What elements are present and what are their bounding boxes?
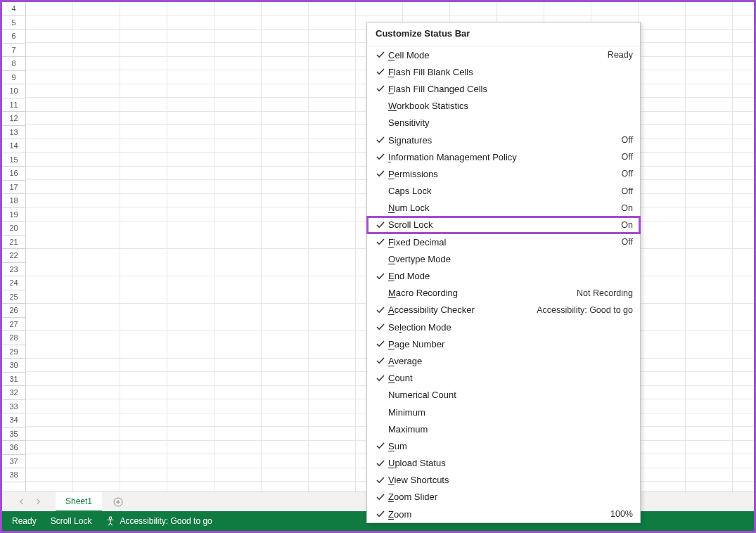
menu-item-label: Num Lock — [388, 203, 621, 213]
menu-item-average[interactable]: Average — [367, 352, 640, 369]
row-header[interactable]: 29 — [2, 345, 25, 359]
check-icon — [373, 51, 388, 59]
menu-item-label: Maximum — [388, 424, 633, 435]
menu-item-sensitivity[interactable]: Sensitivity — [367, 115, 640, 131]
menu-item-permissions[interactable]: PermissionsOff — [367, 165, 640, 182]
check-icon — [373, 442, 388, 450]
menu-item-sum[interactable]: Sum — [367, 437, 640, 454]
row-header[interactable]: 37 — [2, 455, 25, 469]
menu-item-label: Page Number — [388, 339, 633, 349]
menu-item-label: Fixed Decimal — [388, 237, 622, 248]
row-header[interactable]: 18 — [2, 194, 25, 208]
row-header[interactable]: 21 — [2, 236, 25, 250]
row-header[interactable]: 25 — [2, 290, 25, 304]
row-header[interactable]: 31 — [2, 373, 25, 387]
row-header[interactable]: 23 — [2, 263, 25, 277]
menu-item-label: Average — [388, 356, 633, 366]
accessibility-icon — [105, 516, 115, 526]
row-header[interactable]: 14 — [2, 139, 25, 153]
row-header[interactable]: 36 — [2, 441, 25, 455]
menu-item-page-number[interactable]: Page Number — [367, 335, 640, 352]
check-icon — [373, 510, 388, 518]
menu-item-cell-mode[interactable]: Cell ModeReady — [367, 46, 640, 63]
status-ready: Ready — [12, 516, 37, 526]
row-header[interactable]: 4 — [2, 2, 25, 16]
menu-item-information-management-policy[interactable]: Information Management PolicyOff — [367, 148, 640, 165]
menu-item-value: 100% — [610, 509, 633, 519]
menu-item-view-shortcuts[interactable]: View Shortcuts — [367, 472, 640, 489]
menu-item-fixed-decimal[interactable]: Fixed DecimalOff — [367, 233, 640, 250]
menu-item-label: Cell Mode — [388, 50, 608, 60]
row-header[interactable]: 30 — [2, 359, 25, 373]
menu-item-count[interactable]: Count — [367, 370, 640, 387]
menu-item-value: Ready — [608, 50, 633, 60]
row-header[interactable]: 28 — [2, 331, 25, 345]
menu-item-zoom-slider[interactable]: Zoom Slider — [367, 489, 640, 506]
row-header[interactable]: 7 — [2, 44, 25, 58]
menu-item-selection-mode[interactable]: Selection Mode — [367, 319, 640, 335]
svg-point-1 — [110, 517, 113, 520]
row-header[interactable]: 20 — [2, 221, 25, 236]
row-header[interactable]: 19 — [2, 208, 25, 222]
menu-item-overtype-mode[interactable]: Overtype Mode — [367, 250, 640, 267]
menu-item-flash-fill-changed-cells[interactable]: Flash Fill Changed Cells — [367, 80, 640, 97]
menu-item-value: Off — [622, 169, 633, 179]
menu-item-label: Permissions — [388, 169, 622, 179]
menu-item-label: Accessibility Checker — [388, 304, 537, 315]
menu-item-label: Information Management Policy — [388, 152, 622, 162]
row-header[interactable]: 34 — [2, 413, 25, 428]
menu-item-label: Sensitivity — [388, 117, 633, 128]
row-header[interactable]: 38 — [2, 468, 25, 482]
status-accessibility-label: Accessibility: Good to go — [120, 516, 212, 526]
row-header[interactable]: 5 — [2, 16, 25, 30]
status-scroll-lock: Scroll Lock — [51, 516, 92, 526]
row-headers[interactable]: 4567891011121314151617181920212223242526… — [2, 2, 26, 492]
menu-item-maximum[interactable]: Maximum — [367, 420, 640, 437]
check-icon — [373, 136, 388, 144]
row-header[interactable]: 9 — [2, 71, 25, 85]
row-header[interactable]: 15 — [2, 153, 25, 167]
new-sheet-button[interactable] — [110, 494, 126, 510]
check-icon — [373, 153, 388, 161]
menu-item-label: Macro Recording — [388, 288, 577, 298]
row-header[interactable]: 12 — [2, 112, 25, 126]
menu-item-workbook-statistics[interactable]: Workbook Statistics — [367, 98, 640, 115]
customize-status-bar-menu[interactable]: Customize Status Bar Cell ModeReadyFlash… — [366, 22, 641, 523]
row-header[interactable]: 22 — [2, 249, 25, 263]
menu-item-numerical-count[interactable]: Numerical Count — [367, 387, 640, 404]
row-header[interactable]: 33 — [2, 400, 25, 414]
row-header[interactable]: 24 — [2, 276, 25, 290]
menu-item-end-mode[interactable]: End Mode — [367, 267, 640, 284]
status-accessibility[interactable]: Accessibility: Good to go — [105, 516, 212, 526]
check-icon — [373, 476, 388, 484]
menu-item-label: Upload Status — [388, 458, 633, 468]
row-header[interactable]: 11 — [2, 98, 25, 113]
menu-item-signatures[interactable]: SignaturesOff — [367, 131, 640, 148]
menu-item-upload-status[interactable]: Upload Status — [367, 455, 640, 472]
row-header[interactable]: 32 — [2, 386, 25, 400]
row-header[interactable]: 27 — [2, 318, 25, 332]
check-icon — [373, 323, 388, 331]
row-header[interactable]: 35 — [2, 428, 25, 442]
menu-item-caps-lock[interactable]: Caps LockOff — [367, 183, 640, 200]
row-header[interactable]: 10 — [2, 84, 25, 98]
prev-sheet-button[interactable] — [16, 496, 27, 508]
next-sheet-button[interactable] — [32, 496, 43, 508]
row-header[interactable]: 13 — [2, 126, 25, 140]
menu-item-zoom[interactable]: Zoom100% — [367, 506, 640, 522]
menu-item-num-lock[interactable]: Num LockOn — [367, 200, 640, 217]
row-header[interactable]: 16 — [2, 167, 25, 181]
row-header[interactable]: 17 — [2, 181, 25, 195]
menu-item-flash-fill-blank-cells[interactable]: Flash Fill Blank Cells — [367, 63, 640, 80]
menu-item-label: Flash Fill Changed Cells — [388, 84, 633, 94]
menu-item-minimum[interactable]: Minimum — [367, 404, 640, 420]
row-header[interactable]: 26 — [2, 304, 25, 318]
menu-item-macro-recording[interactable]: Macro RecordingNot Recording — [367, 285, 640, 302]
row-header[interactable]: 8 — [2, 57, 25, 71]
menu-item-label: Zoom — [388, 509, 610, 520]
menu-item-accessibility-checker[interactable]: Accessibility CheckerAccessibility: Good… — [367, 302, 640, 319]
row-header[interactable]: 6 — [2, 30, 25, 44]
check-icon — [373, 340, 388, 348]
menu-item-scroll-lock[interactable]: Scroll LockOn — [367, 217, 640, 233]
sheet-tab-active[interactable]: Sheet1 — [56, 492, 102, 512]
